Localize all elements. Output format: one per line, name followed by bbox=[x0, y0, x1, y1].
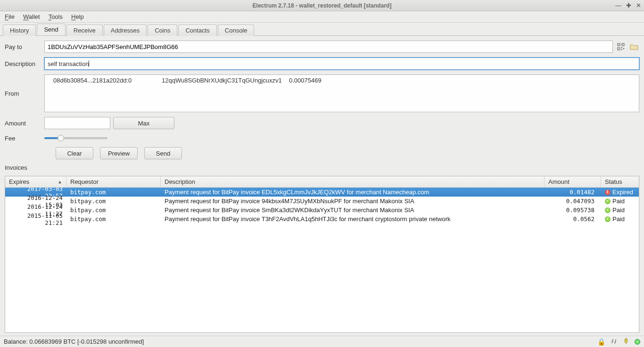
from-label: From bbox=[5, 90, 41, 97]
svg-rect-4 bbox=[623, 44, 623, 45]
description-input[interactable]: self transaction bbox=[44, 58, 639, 70]
col-status[interactable]: Status bbox=[601, 176, 639, 187]
window-title: Electrum 2.7.18 - wallet_restored_defaul… bbox=[0, 2, 644, 9]
svg-rect-3 bbox=[619, 44, 619, 45]
status-expired-icon bbox=[605, 190, 611, 195]
col-expires[interactable]: Expires ▲ bbox=[5, 176, 66, 187]
col-amount[interactable]: Amount bbox=[545, 176, 601, 187]
status-ok-icon bbox=[605, 216, 611, 222]
tab-send[interactable]: Send bbox=[37, 24, 65, 35]
minimize-icon[interactable]: — bbox=[615, 2, 621, 9]
status-ok-icon bbox=[605, 198, 611, 204]
col-description[interactable]: Description bbox=[161, 176, 545, 187]
menu-tools[interactable]: Tools bbox=[49, 13, 63, 20]
preview-button[interactable]: Preview bbox=[100, 147, 138, 159]
settings-icon[interactable] bbox=[610, 337, 618, 346]
table-row[interactable]: 2017-03-03 23:57bitpay.comPayment reques… bbox=[5, 188, 639, 197]
invoices-table: Expires ▲ Requestor Description Amount S… bbox=[5, 176, 639, 333]
svg-point-10 bbox=[615, 339, 616, 340]
from-address: 12qqWu8SGbBNrXUdkjC31TqGUngjcuxzv1 bbox=[162, 77, 289, 110]
invoices-header: Expires ▲ Requestor Description Amount S… bbox=[5, 176, 639, 188]
titlebar: Electrum 2.7.18 - wallet_restored_defaul… bbox=[0, 0, 644, 11]
from-txid: 08d6b30854...2181a202dd:0 bbox=[49, 77, 162, 110]
tabs: History Send Receive Addresses Coins Con… bbox=[0, 23, 644, 36]
fee-label: Fee bbox=[5, 135, 41, 142]
slider-thumb[interactable] bbox=[58, 135, 64, 141]
tab-receive[interactable]: Receive bbox=[66, 25, 103, 36]
text-caret bbox=[89, 60, 89, 67]
table-row[interactable]: 2016-12-24 11:27bitpay.comPayment reques… bbox=[5, 206, 639, 215]
from-list[interactable]: 08d6b30854...2181a202dd:0 12qqWu8SGbBNrX… bbox=[44, 74, 639, 112]
table-row[interactable]: 2015-11-05 21:21bitpay.comPayment reques… bbox=[5, 215, 639, 223]
svg-rect-6 bbox=[621, 47, 622, 48]
maximize-icon[interactable]: ✚ bbox=[626, 2, 631, 9]
svg-rect-8 bbox=[621, 49, 622, 50]
col-requestor[interactable]: Requestor bbox=[66, 176, 161, 187]
menu-help[interactable]: Help bbox=[71, 13, 84, 20]
menu-file[interactable]: File bbox=[5, 13, 15, 20]
amount-input[interactable]: BTC bbox=[44, 117, 110, 129]
svg-rect-5 bbox=[619, 49, 619, 49]
balance-text: Balance: 0.06683969 BTC [-0.015298 uncon… bbox=[4, 338, 144, 345]
payto-label: Pay to bbox=[5, 43, 41, 50]
clear-button[interactable]: Clear bbox=[56, 147, 93, 159]
folder-icon[interactable] bbox=[629, 41, 639, 52]
max-button[interactable]: Max bbox=[113, 117, 174, 129]
send-panel: Pay to Description self transaction From… bbox=[0, 36, 644, 336]
send-button[interactable]: Send bbox=[144, 147, 182, 159]
network-status-icon[interactable] bbox=[635, 339, 640, 345]
from-amount: 0.00075469 bbox=[289, 77, 322, 110]
menu-wallet[interactable]: Wallet bbox=[23, 13, 40, 20]
description-label: Description bbox=[5, 60, 41, 67]
tab-coins[interactable]: Coins bbox=[148, 25, 177, 36]
amount-label: Amount bbox=[5, 120, 41, 127]
status-ok-icon bbox=[605, 207, 611, 213]
sort-asc-icon: ▲ bbox=[58, 179, 62, 184]
tab-addresses[interactable]: Addresses bbox=[104, 25, 147, 36]
lock-icon[interactable]: 🔒 bbox=[597, 338, 605, 346]
statusbar: Balance: 0.06683969 BTC [-0.015298 uncon… bbox=[0, 336, 644, 347]
seed-icon[interactable] bbox=[622, 337, 630, 346]
close-icon[interactable]: ✕ bbox=[636, 2, 641, 9]
fee-slider[interactable] bbox=[44, 134, 107, 142]
invoices-title: Invoices bbox=[5, 164, 639, 171]
svg-point-9 bbox=[612, 339, 613, 340]
svg-rect-7 bbox=[623, 48, 624, 49]
qr-icon[interactable] bbox=[616, 41, 626, 52]
invoices-body: 2017-03-03 23:57bitpay.comPayment reques… bbox=[5, 188, 639, 332]
menubar: File Wallet Tools Help bbox=[0, 11, 644, 23]
payto-input[interactable] bbox=[44, 41, 613, 53]
tab-console[interactable]: Console bbox=[218, 25, 255, 36]
table-row[interactable]: 2016-12-24 15:03bitpay.comPayment reques… bbox=[5, 197, 639, 206]
tab-contacts[interactable]: Contacts bbox=[178, 25, 216, 36]
tab-history[interactable]: History bbox=[3, 25, 36, 36]
